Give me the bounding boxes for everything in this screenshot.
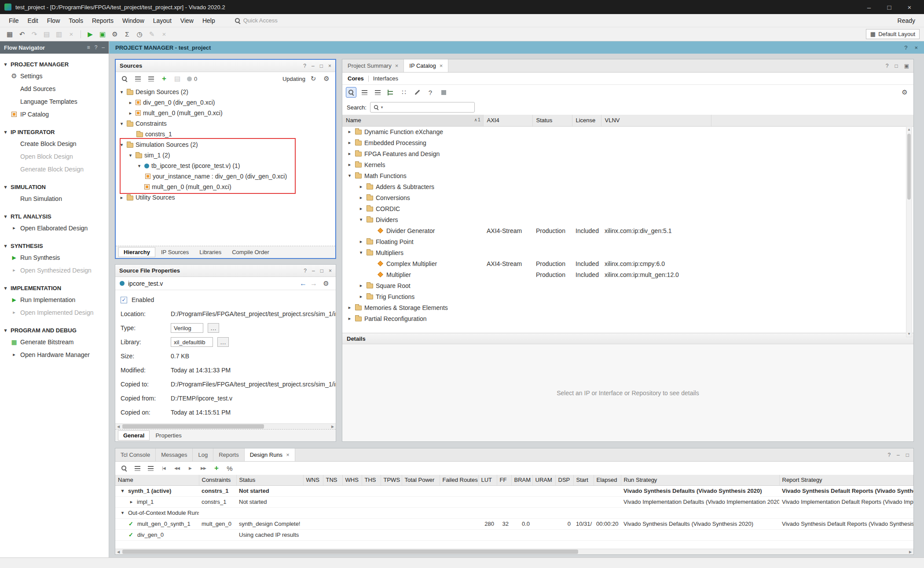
column-status[interactable]: Status [532,115,572,126]
chevron-down-icon[interactable] [347,173,352,178]
tab-properties[interactable]: Properties [150,431,186,440]
column-lut[interactable]: LUT [478,475,497,485]
chevron-right-icon[interactable] [119,195,125,200]
column-whs[interactable]: WHS [342,475,362,485]
expand-all-icon[interactable] [145,463,156,473]
tree-row-your-instance-name[interactable]: your_instance_name : div_gen_0 (div_gen_… [116,171,335,182]
scroll-left-icon[interactable]: ◀ [115,425,121,429]
program-device-icon[interactable]: ▣ [97,29,108,40]
catalog-ip-row[interactable]: MultiplierProductionIncludedxilinx.com:i… [342,269,913,280]
chevron-down-icon[interactable] [120,510,125,516]
refresh-icon[interactable]: ↻ [308,73,319,84]
close-icon[interactable]: × [286,451,290,458]
chevron-right-icon[interactable] [358,195,364,200]
catalog-ip-row[interactable]: Divider GeneratorAXI4-StreamProductionIn… [342,225,913,236]
flownav-section-synthesis[interactable]: SYNTHESIS [0,240,109,251]
quick-access-search[interactable] [231,16,300,25]
catalog-category-row[interactable]: Square Root [342,280,913,291]
search-icon[interactable] [346,87,356,98]
settings-gear-icon[interactable]: ⚙ [899,87,910,98]
settings-gear-icon[interactable]: ⚙ [110,29,120,40]
chevron-right-icon[interactable] [128,110,133,116]
column-ff[interactable]: FF [497,475,511,485]
chevron-right-icon[interactable] [347,151,352,157]
column-license[interactable]: License [572,115,601,126]
column-start[interactable]: Start [573,475,594,485]
run-icon[interactable]: ▶ [85,29,95,40]
flownav-item-add-sources[interactable]: Add Sources [0,82,109,95]
catalog-category-row[interactable]: Floating Point [342,236,913,247]
help-icon[interactable]: ? [303,63,306,69]
library-browse-button[interactable]: … [217,337,229,347]
design-run-row-synth-1[interactable]: synth_1 (active) constrs_1Not started Vi… [115,485,913,496]
column-total-power[interactable]: Total Power [402,475,440,485]
scrollbar-thumb[interactable] [122,424,264,429]
menu-reports[interactable]: Reports [88,15,118,26]
add-repository-icon[interactable]: ∷ [399,87,409,98]
column-tns[interactable]: TNS [323,475,342,485]
flownav-item-open-hardware-manager[interactable]: Open Hardware Manager [0,348,109,361]
tree-row-tb-ipcore-test[interactable]: tb_ipcore_test (ipcore_test.v) (1) [116,160,335,171]
minimize-icon[interactable]: – [897,452,900,458]
catalog-category-row[interactable]: CORDIC [342,203,913,214]
close-icon[interactable]: × [329,268,332,274]
minimize-button[interactable]: – [859,4,879,11]
minimize-icon[interactable]: – [312,63,315,69]
tab-tcl-console[interactable]: Tcl Console [115,448,156,461]
tree-row-design-sources[interactable]: Design Sources (2) [116,87,335,97]
tab-project-summary[interactable]: Project Summary× [342,59,404,72]
flownav-item-create-block-design[interactable]: Create Block Design [0,137,109,150]
catalog-search-box[interactable]: ▾ [370,102,475,113]
wrench-icon[interactable] [412,87,422,98]
float-icon[interactable]: □ [320,268,323,274]
catalog-ip-row[interactable]: Complex MultiplierAXI4-StreamProductionI… [342,258,913,269]
undo-icon[interactable]: ↶ [17,29,27,40]
tree-row-sim-1[interactable]: sim_1 (2) [116,150,335,160]
tab-log[interactable]: Log [193,448,213,461]
flownav-item-settings[interactable]: ⚙Settings [0,69,109,82]
column-elapsed[interactable]: Elapsed [594,475,621,485]
flownav-item-run-simulation[interactable]: Run Simulation [0,192,109,205]
quick-access-input[interactable] [243,17,296,24]
chevron-right-icon[interactable] [347,305,352,310]
file-properties-header[interactable]: Source File Properties ? – □ × [115,265,336,277]
tree-row-mult-gen-0[interactable]: mult_gen_0 (mult_gen_0.xci) [116,108,335,118]
menu-layout[interactable]: Layout [149,15,176,26]
chevron-right-icon[interactable] [347,162,352,167]
scroll-right-icon[interactable]: ▶ [330,425,336,429]
catalog-category-row[interactable]: Partial Reconfiguration [342,313,913,324]
chevron-down-icon[interactable] [358,250,364,255]
column-uram[interactable]: URAM [532,475,555,485]
close-icon[interactable]: × [328,63,331,69]
collapse-all-icon[interactable] [132,463,143,473]
layout-selector[interactable]: ▦ Default Layout [866,29,920,39]
tree-row-sim-mult-gen-0[interactable]: mult_gen_0 (mult_gen_0.xci) [116,182,335,192]
catalog-category-row[interactable]: Memories & Storage Elements [342,302,913,313]
catalog-category-row[interactable]: Kernels [342,159,913,170]
tree-row-simulation-sources[interactable]: Simulation Sources (2) [116,139,335,150]
chevron-down-icon[interactable] [119,89,125,95]
flownav-item-language-templates[interactable]: Language Templates [0,95,109,108]
catalog-category-row[interactable]: Dynamic Function eXchange [342,126,913,137]
collapse-all-icon[interactable] [359,87,370,98]
design-run-row-div-gen-0[interactable]: ✓div_gen_0 Using cached IP results [115,529,913,540]
help-icon[interactable]: ? [95,44,98,51]
tree-row-constrs-1[interactable]: constrs_1 [116,129,335,139]
column-dsp[interactable]: DSP [555,475,573,485]
tab-general[interactable]: General [118,430,150,441]
menu-window[interactable]: Window [118,15,149,26]
column-name[interactable]: Name [115,475,199,485]
hierarchy-toggle-icon[interactable] [385,87,396,98]
catalog-search-input[interactable] [385,104,471,111]
catalog-category-row[interactable]: Conversions [342,192,913,203]
chevron-down-icon[interactable] [119,121,125,127]
column-wns[interactable]: WNS [303,475,323,485]
help-icon[interactable]: ? [425,87,436,98]
back-icon[interactable]: ← [300,280,307,288]
type-browse-button[interactable]: … [208,323,219,333]
flownav-item-open-elaborated-design[interactable]: Open Elaborated Design [0,222,109,234]
chevron-right-icon[interactable] [358,294,364,299]
column-report-strategy[interactable]: Report Strategy [779,475,913,485]
close-icon[interactable]: × [914,44,918,51]
search-icon[interactable] [119,73,130,84]
